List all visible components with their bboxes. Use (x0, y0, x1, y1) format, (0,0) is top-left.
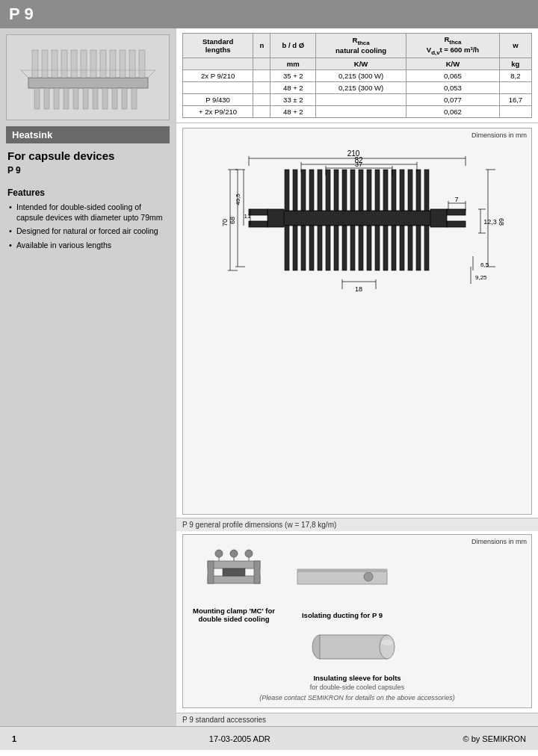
cell-bd: 48 + 2 (270, 105, 316, 117)
svg-rect-39 (375, 170, 380, 211)
isolating-duct-svg (294, 547, 391, 607)
svg-rect-55 (359, 226, 363, 270)
svg-rect-47 (293, 226, 297, 270)
right-content: Standardlengths n b / d Ø Rthcanatural c… (176, 28, 538, 726)
svg-rect-10 (120, 50, 126, 78)
cell-rthca-forced: 0,065 (406, 69, 500, 81)
svg-rect-5 (71, 50, 77, 78)
subheader-n (253, 58, 270, 69)
cell-bd: 48 + 2 (270, 81, 316, 93)
col-header-w: w (499, 34, 531, 58)
svg-rect-69 (447, 221, 466, 227)
svg-rect-60 (400, 226, 404, 270)
page-header: P 9 (0, 0, 538, 28)
svg-rect-38 (367, 170, 371, 211)
svg-rect-12 (139, 50, 145, 78)
footer-copyright: © by SEMIKRON (463, 734, 526, 743)
svg-rect-17 (73, 88, 78, 109)
svg-rect-9 (110, 50, 116, 78)
svg-rect-1 (32, 50, 38, 78)
svg-rect-117 (254, 561, 260, 583)
svg-line-24 (21, 70, 28, 78)
spec-table: Standardlengths n b / d Ø Rthcanatural c… (182, 33, 532, 118)
svg-rect-127 (297, 569, 387, 572)
list-item: Designed for natural or forced air cooli… (7, 226, 168, 236)
cell-w (499, 105, 531, 117)
cell-rthca-nat: 0,215 (300 W) (316, 81, 406, 93)
svg-rect-68 (447, 209, 466, 215)
svg-rect-27 (282, 211, 432, 226)
svg-rect-36 (350, 170, 355, 211)
mounting-clamp-svg (193, 542, 275, 602)
svg-rect-58 (383, 226, 388, 270)
svg-rect-6 (81, 50, 87, 78)
profile-svg: 210 82 37 7 70 (183, 128, 531, 323)
accessories-note: (Please contact SEMIKRON for details on … (259, 694, 455, 701)
svg-text:68: 68 (229, 217, 236, 224)
svg-rect-19 (93, 88, 98, 109)
svg-rect-29 (293, 170, 297, 211)
subheader-kw2: K/W (406, 58, 500, 69)
svg-rect-129 (320, 635, 387, 659)
svg-rect-20 (102, 88, 108, 109)
svg-rect-49 (309, 226, 314, 270)
svg-rect-41 (392, 170, 396, 211)
svg-rect-4 (61, 50, 67, 78)
svg-rect-124 (223, 568, 245, 576)
svg-rect-7 (90, 50, 96, 78)
cell-length: + 2x P9/210 (183, 105, 253, 117)
subheader-mm: mm (270, 58, 316, 69)
svg-rect-65 (430, 209, 447, 227)
col-header-rthca-natural: Rthcanatural cooling (316, 34, 406, 58)
svg-point-131 (381, 639, 393, 645)
features-title: Features (7, 188, 168, 198)
svg-rect-11 (129, 50, 135, 78)
cell-rthca-nat: 0,215 (300 W) (316, 69, 406, 81)
svg-point-130 (380, 635, 395, 659)
isolating-duct-item: Isolating ducting for P 9 (294, 547, 391, 619)
list-item: Intended for double-sided cooling of cap… (7, 202, 168, 223)
accessories-images: Mounting clamp 'MC' for double sided coo… (183, 535, 531, 625)
svg-rect-14 (44, 88, 49, 109)
svg-rect-21 (112, 88, 117, 109)
svg-text:6,5: 6,5 (480, 261, 489, 268)
svg-rect-13 (34, 88, 40, 109)
svg-text:11: 11 (244, 213, 251, 220)
svg-text:12,3: 12,3 (483, 218, 497, 226)
cell-rthca-forced: 0,077 (406, 93, 500, 105)
cell-n (253, 69, 270, 81)
cell-n (253, 105, 270, 117)
svg-rect-34 (334, 170, 338, 211)
svg-rect-31 (309, 170, 314, 211)
table-row: 48 + 2 0,215 (300 W) 0,053 (183, 81, 532, 93)
svg-rect-33 (326, 170, 330, 211)
accessories-box: Dimensions in mm (182, 534, 532, 708)
cell-w (499, 81, 531, 93)
features-list: Intended for double-sided cooling of cap… (7, 202, 168, 250)
cell-n (253, 93, 270, 105)
svg-rect-59 (392, 226, 396, 270)
svg-point-118 (215, 550, 223, 557)
svg-text:7: 7 (454, 196, 458, 203)
page-footer: 1 17-03-2005 ADR © by SEMIKRON (0, 726, 538, 750)
profile-diagram: Dimensions in mm (182, 128, 532, 515)
profile-caption: P 9 general profile dimensions (w = 17,8… (176, 518, 538, 531)
svg-rect-57 (375, 226, 380, 270)
cell-rthca-nat (316, 93, 406, 105)
svg-rect-66 (249, 209, 268, 215)
svg-rect-114 (208, 561, 260, 568)
mounting-clamp-item: Mounting clamp 'MC' for double sided coo… (189, 542, 279, 623)
main-content: Heatsink For capsule devices P 9 Feature… (0, 28, 538, 726)
svg-rect-23 (132, 88, 137, 109)
svg-rect-116 (208, 561, 214, 583)
svg-rect-52 (334, 226, 338, 270)
svg-rect-37 (359, 170, 363, 211)
svg-point-119 (230, 550, 238, 557)
svg-rect-51 (326, 226, 330, 270)
table-row: + 2x P9/210 48 + 2 0,062 (183, 105, 532, 117)
svg-rect-28 (285, 170, 289, 211)
svg-rect-18 (83, 88, 88, 109)
table-row: 2x P 9/210 35 + 2 0,215 (300 W) 0,065 8,… (183, 69, 532, 81)
svg-point-126 (364, 572, 373, 581)
svg-rect-67 (249, 221, 268, 227)
